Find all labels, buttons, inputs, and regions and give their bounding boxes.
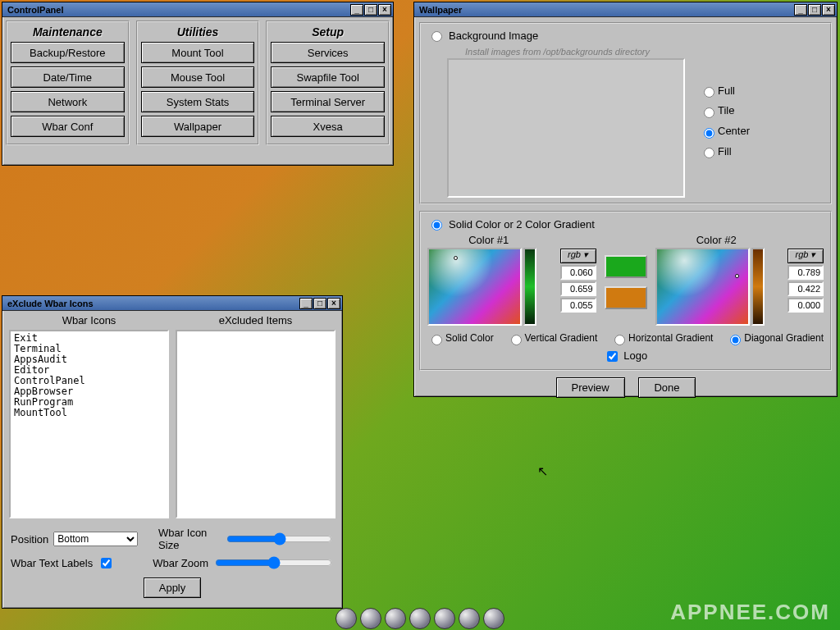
- position-label: Position: [11, 533, 48, 546]
- excluded-items-label: eXcluded Items: [176, 314, 336, 326]
- taskbar-icon[interactable]: [360, 608, 381, 629]
- titlebar-exclude[interactable]: eXclude Wbar Icons _ □ ×: [2, 296, 342, 311]
- bgmode-radio-full[interactable]: [704, 87, 714, 98]
- color2-picker: Color #2: [655, 234, 778, 326]
- color1-huebar[interactable]: [523, 248, 536, 326]
- window-controlpanel: ControlPanel _ □ × MaintenanceBackup/Res…: [2, 2, 394, 166]
- bgmode-full[interactable]: Full: [700, 84, 750, 98]
- taskbar-icon[interactable]: [385, 608, 406, 629]
- preview-button[interactable]: Preview: [556, 377, 625, 398]
- background-image-radio[interactable]: [431, 31, 442, 42]
- rgb-mode-1[interactable]: rgb ▾: [560, 249, 596, 263]
- cursor-icon: ↖: [537, 463, 548, 479]
- gradtype-diagonal-gradient[interactable]: Diagonal Gradient: [726, 332, 824, 345]
- taskbar-icon[interactable]: [483, 608, 504, 629]
- textlabels-checkbox[interactable]: [101, 558, 112, 568]
- titlebar-controlpanel[interactable]: ControlPanel _ □ ×: [2, 2, 393, 17]
- done-button[interactable]: Done: [638, 377, 695, 398]
- taskbar-icon[interactable]: [459, 608, 480, 629]
- maximize-button[interactable]: □: [808, 4, 821, 16]
- gradtype-radio[interactable]: [614, 335, 625, 345]
- title-exclude: eXclude Wbar Icons: [7, 299, 94, 308]
- color2-b-input[interactable]: [788, 298, 824, 313]
- minimize-button[interactable]: _: [794, 4, 807, 16]
- cp-button-wbar-conf[interactable]: Wbar Conf: [11, 116, 125, 137]
- cp-button-wallpaper[interactable]: Wallpaper: [141, 116, 255, 137]
- bgmode-center[interactable]: Center: [700, 125, 750, 139]
- bgmode-radio-fill[interactable]: [704, 148, 714, 158]
- list-item[interactable]: MountTool: [14, 408, 164, 418]
- group-heading: Setup: [271, 25, 385, 39]
- cp-button-backup-restore[interactable]: Backup/Restore: [11, 42, 125, 63]
- bgmode-radio-tile[interactable]: [704, 107, 714, 118]
- background-image-section: Background Image Install images from /op…: [419, 22, 832, 204]
- taskbar-icon[interactable]: [336, 608, 357, 629]
- title-wallpaper: Wallpaper: [419, 5, 462, 15]
- close-button[interactable]: ×: [822, 4, 835, 16]
- color1-r-input[interactable]: [560, 265, 596, 280]
- wbar-icons-list[interactable]: ExitTerminalAppsAuditEditorControlPanelA…: [9, 330, 169, 518]
- group-heading: Maintenance: [11, 25, 125, 39]
- gradtype-radio[interactable]: [431, 335, 442, 345]
- logo-label: Logo: [623, 349, 647, 362]
- color1-gradient[interactable]: [427, 248, 522, 326]
- position-select[interactable]: Bottom: [53, 532, 137, 546]
- bgmode-tile[interactable]: Tile: [700, 104, 750, 118]
- window-exclude-wbar: eXclude Wbar Icons _ □ × Wbar Icons Exit…: [2, 295, 343, 609]
- color-gradient-section: Solid Color or 2 Color Gradient Color #1…: [419, 211, 832, 371]
- window-wallpaper: Wallpaper _ □ × Background Image Install…: [413, 2, 838, 397]
- taskbar-icon[interactable]: [409, 608, 431, 629]
- color2-g-input[interactable]: [788, 281, 824, 296]
- cp-button-mount-tool[interactable]: Mount Tool: [141, 42, 255, 63]
- color1-label: Color #1: [427, 234, 550, 246]
- gradtype-radio[interactable]: [730, 335, 741, 345]
- color1-picker: Color #1: [427, 234, 550, 326]
- group-heading: Utilities: [141, 25, 255, 39]
- watermark: APPNEE.COM: [670, 600, 830, 625]
- cp-button-swapfile-tool[interactable]: Swapfile Tool: [271, 66, 385, 88]
- color2-label: Color #2: [655, 234, 778, 246]
- apply-button[interactable]: Apply: [144, 578, 202, 598]
- titlebar-wallpaper[interactable]: Wallpaper _ □ ×: [414, 2, 837, 17]
- color-gradient-radio[interactable]: [431, 220, 442, 231]
- cp-button-services[interactable]: Services: [271, 42, 385, 63]
- color1-b-input[interactable]: [560, 298, 596, 313]
- swatch-color1[interactable]: [605, 255, 647, 278]
- cp-button-date-time[interactable]: Date/Time: [11, 66, 125, 88]
- color2-r-input[interactable]: [788, 265, 824, 280]
- title-controlpanel: ControlPanel: [7, 5, 63, 15]
- cp-button-terminal-server[interactable]: Terminal Server: [271, 91, 385, 112]
- logo-checkbox[interactable]: [607, 351, 618, 362]
- textlabels-label: Wbar Text Labels: [11, 557, 93, 569]
- iconsize-label: Wbar Icon Size: [158, 527, 220, 551]
- bgmode-fill[interactable]: Fill: [700, 145, 750, 159]
- color2-huebar[interactable]: [751, 248, 765, 326]
- gradtype-horizontal-gradient[interactable]: Horizontal Gradient: [610, 332, 713, 345]
- taskbar-icon[interactable]: [434, 608, 455, 629]
- minimize-button[interactable]: _: [350, 4, 363, 16]
- gradtype-radio[interactable]: [511, 335, 522, 345]
- rgb-mode-2[interactable]: rgb ▾: [788, 249, 824, 263]
- close-button[interactable]: ×: [327, 298, 340, 309]
- wbar-icons-label: Wbar Icons: [9, 314, 169, 326]
- iconsize-slider[interactable]: [226, 532, 332, 546]
- zoom-label: Wbar Zoom: [153, 557, 208, 569]
- cp-button-system-stats[interactable]: System Stats: [141, 91, 255, 112]
- cp-button-network[interactable]: Network: [11, 91, 125, 112]
- background-image-label: Background Image: [449, 30, 538, 42]
- color2-gradient[interactable]: [655, 248, 750, 326]
- minimize-button[interactable]: _: [299, 298, 313, 309]
- close-button[interactable]: ×: [378, 4, 391, 16]
- cp-button-mouse-tool[interactable]: Mouse Tool: [141, 66, 255, 88]
- maximize-button[interactable]: □: [313, 298, 326, 309]
- color1-g-input[interactable]: [560, 281, 596, 296]
- excluded-items-list[interactable]: [176, 330, 336, 518]
- maximize-button[interactable]: □: [364, 4, 377, 16]
- swatch-color2[interactable]: [605, 286, 647, 309]
- gradtype-solid-color[interactable]: Solid Color: [427, 332, 494, 345]
- gradtype-vertical-gradient[interactable]: Vertical Gradient: [507, 332, 598, 345]
- cp-button-xvesa[interactable]: Xvesa: [271, 116, 385, 137]
- background-preview[interactable]: Install images from /opt/backgrounds dir…: [447, 58, 685, 198]
- zoom-slider[interactable]: [215, 556, 332, 569]
- bgmode-radio-center[interactable]: [704, 128, 714, 139]
